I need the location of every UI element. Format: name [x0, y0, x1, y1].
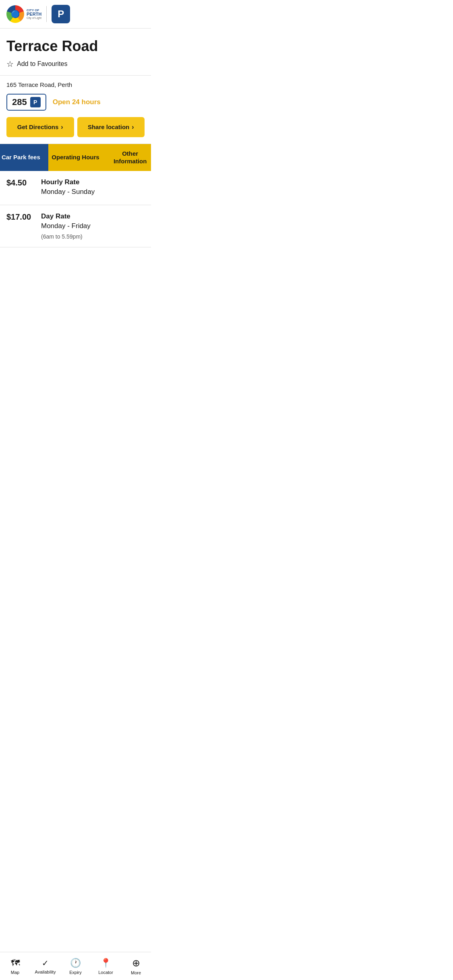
share-location-button[interactable]: Share location › — [77, 117, 145, 137]
header-divider — [46, 6, 47, 22]
open-status: Open 24 hours — [53, 98, 101, 106]
tab-hours-label: Operating Hours — [52, 154, 99, 161]
fee-days-hourly: Monday - Sunday — [41, 188, 145, 196]
parking-letter: P — [58, 8, 64, 20]
share-location-label: Share location — [88, 124, 129, 130]
city-name-line2: PERTH — [27, 12, 41, 16]
fee-type-hourly: Hourly Rate — [41, 178, 145, 186]
tab-fees-label: Car Park fees — [2, 154, 40, 161]
get-directions-label: Get Directions — [17, 124, 59, 130]
tab-operating-hours[interactable]: Operating Hours — [48, 144, 103, 171]
city-name-line3: City of Light — [27, 16, 41, 19]
add-favourites-button[interactable]: ☆ Add to Favourites — [6, 59, 67, 69]
add-favourites-label: Add to Favourites — [17, 60, 67, 68]
parking-logo-badge: P — [52, 5, 70, 23]
fees-content: $4.50 Hourly Rate Monday - Sunday $17.00… — [0, 171, 151, 247]
main-content: Terrace Road ☆ Add to Favourites 165 Ter… — [0, 29, 151, 144]
fee-details-hourly: Hourly Rate Monday - Sunday — [41, 178, 145, 198]
fee-amount-hourly: $4.50 — [6, 178, 35, 187]
fee-hours-day: (6am to 5.59pm) — [41, 233, 145, 240]
tab-car-park-fees[interactable]: Car Park fees — [0, 144, 48, 171]
tab-other-label: Other Information — [114, 150, 147, 165]
location-address: 165 Terrace Road, Perth — [6, 76, 145, 94]
page-title: Terrace Road — [6, 38, 145, 54]
spaces-badge: 285 P — [6, 94, 46, 111]
chevron-right-icon: › — [61, 124, 63, 131]
fee-type-day: Day Rate — [41, 212, 145, 220]
fee-details-day: Day Rate Monday - Friday (6am to 5.59pm) — [41, 212, 145, 240]
parking-icon-small: P — [30, 97, 41, 107]
get-directions-button[interactable]: Get Directions › — [6, 117, 74, 137]
fee-row-hourly: $4.50 Hourly Rate Monday - Sunday — [0, 171, 151, 205]
city-logo-circle: 🔵 — [6, 5, 24, 23]
city-of-perth-logo: 🔵 CITY OF PERTH City of Light — [6, 5, 41, 23]
city-logo-text: CITY OF PERTH City of Light — [27, 9, 41, 19]
spaces-status-row: 285 P Open 24 hours — [6, 94, 145, 117]
tab-other-information[interactable]: Other Information — [103, 144, 151, 171]
spaces-count: 285 — [12, 97, 27, 107]
fee-days-day: Monday - Friday — [41, 222, 145, 230]
chevron-right-icon-2: › — [132, 124, 134, 131]
tabs-row: Car Park fees Operating Hours Other Info… — [0, 144, 151, 171]
app-header: 🔵 CITY OF PERTH City of Light P — [0, 0, 151, 29]
action-buttons-row: Get Directions › Share location › — [6, 117, 145, 144]
fee-row-day: $17.00 Day Rate Monday - Friday (6am to … — [0, 205, 151, 247]
tabs-section: Car Park fees Operating Hours Other Info… — [0, 144, 151, 171]
star-icon: ☆ — [6, 59, 14, 69]
fee-amount-day: $17.00 — [6, 212, 35, 222]
